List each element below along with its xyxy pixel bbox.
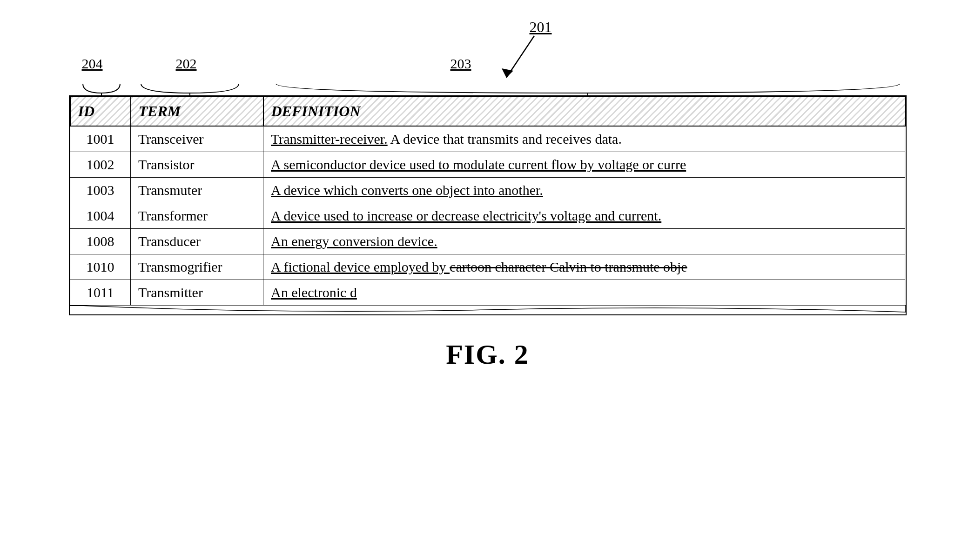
bracket-204 <box>76 81 132 95</box>
table-row-partial: 1011 Transmitter An electronic d <box>70 280 905 306</box>
def-text: A device used to increase or decrease el… <box>271 208 661 223</box>
def-text: Transmitter-receiver. <box>271 131 388 147</box>
def-text-pre: A fictional device employed by <box>271 259 450 274</box>
cell-id: 1001 <box>70 126 131 152</box>
table-row: 1010 Transmogrifier A fictional device e… <box>70 254 905 280</box>
cell-definition: A fictional device employed by cartoon c… <box>263 254 905 280</box>
table-header-row: ID TERM DEFINITION <box>70 97 905 126</box>
def-text: A device which converts one object into … <box>271 182 543 198</box>
header-term: TERM <box>131 97 263 126</box>
cell-definition: A semiconductor device used to modulate … <box>263 152 905 178</box>
table-row: 1003 Transmuter A device which converts … <box>70 178 905 203</box>
cell-id: 1002 <box>70 152 131 178</box>
header-definition: DEFINITION <box>263 97 905 126</box>
def-text: An electronic d <box>271 285 357 300</box>
cell-id: 1003 <box>70 178 131 203</box>
table-row: 1004 Transformer A device used to increa… <box>70 203 905 229</box>
cell-definition: A device used to increase or decrease el… <box>263 203 905 229</box>
cell-term: Transformer <box>131 203 263 229</box>
page-container: 201 204 202 203 <box>0 0 975 560</box>
table-row: 1008 Transducer An energy conversion dev… <box>70 229 905 254</box>
cell-definition: An energy conversion device. <box>263 229 905 254</box>
cell-id: 1010 <box>70 254 131 280</box>
cell-term: Transceiver <box>131 126 263 152</box>
def-text: An energy conversion device. <box>271 233 437 249</box>
cell-term: Transmuter <box>131 178 263 203</box>
cell-definition: Transmitter-receiver. A device that tran… <box>263 126 905 152</box>
main-table-wrapper: ID TERM DEFINITION 1001 Transceiver Tran… <box>69 95 907 315</box>
cell-term: Transmogrifier <box>131 254 263 280</box>
header-id: ID <box>70 97 131 126</box>
cell-definition: An electronic d <box>263 280 905 306</box>
cell-id: 1008 <box>70 229 131 254</box>
figure-caption: FIG. 2 <box>446 339 529 371</box>
bracket-202 <box>134 81 255 95</box>
def-text-strike: cartoon character Calvin to transmute ob… <box>450 259 687 274</box>
label-203: 203 <box>451 56 471 72</box>
label-202: 202 <box>176 56 197 72</box>
table-row: 1001 Transceiver Transmitter-receiver. A… <box>70 126 905 152</box>
column-labels-row: 204 202 203 <box>69 56 907 95</box>
bracket-203 <box>269 81 907 95</box>
table-row: 1002 Transistor A semiconductor device u… <box>70 152 905 178</box>
cell-id: 1011 <box>70 280 131 306</box>
cell-term: Transducer <box>131 229 263 254</box>
cell-term: Transmitter <box>131 280 263 306</box>
def-text: A semiconductor device used to modulate … <box>271 157 686 172</box>
def-text-2: A device that transmits and receives dat… <box>390 131 622 147</box>
cell-definition: A device which converts one object into … <box>263 178 905 203</box>
cell-term: Transistor <box>131 152 263 178</box>
label-204: 204 <box>82 56 103 72</box>
cell-id: 1004 <box>70 203 131 229</box>
main-table: ID TERM DEFINITION 1001 Transceiver Tran… <box>70 96 906 306</box>
torn-bottom-effect <box>70 305 906 314</box>
